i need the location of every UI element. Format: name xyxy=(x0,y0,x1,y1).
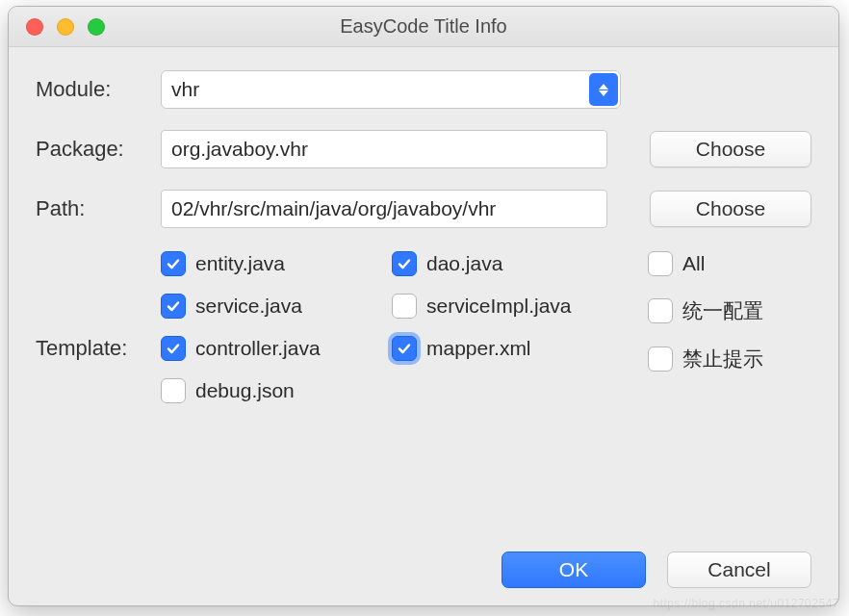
template-item[interactable]: debug.json xyxy=(161,378,392,403)
checkbox-icon[interactable] xyxy=(392,251,417,276)
template-label: dao.java xyxy=(426,252,502,275)
path-choose-button[interactable]: Choose xyxy=(650,191,811,227)
checkbox-icon[interactable] xyxy=(161,378,186,403)
template-items-grid: entity.javadao.javaservice.javaserviceIm… xyxy=(161,249,623,403)
package-input[interactable]: org.javaboy.vhr xyxy=(161,130,607,168)
path-value: 02/vhr/src/main/java/org/javaboy/vhr xyxy=(171,197,496,220)
option-item[interactable]: 禁止提示 xyxy=(648,346,811,372)
checkbox-icon[interactable] xyxy=(161,251,186,276)
template-item[interactable]: dao.java xyxy=(392,251,623,276)
checkbox-icon[interactable] xyxy=(648,251,673,276)
template-label: serviceImpl.java xyxy=(426,295,572,318)
select-arrows-icon xyxy=(589,73,618,106)
template-label: mapper.xml xyxy=(426,337,531,360)
module-row: Module: vhr xyxy=(36,70,811,109)
dialog-content: Module: vhr Package: org.javaboy.vhr Cho… xyxy=(9,47,838,421)
checkbox-icon[interactable] xyxy=(392,294,417,319)
checkbox-icon[interactable] xyxy=(161,336,186,361)
dialog-footer: OK Cancel xyxy=(502,552,811,588)
module-select[interactable]: vhr xyxy=(161,70,621,109)
option-label: 统一配置 xyxy=(682,297,763,324)
template-label: entity.java xyxy=(195,252,285,275)
minimize-icon[interactable] xyxy=(57,18,74,36)
path-row: Path: 02/vhr/src/main/java/org/javaboy/v… xyxy=(36,190,811,228)
template-item[interactable]: service.java xyxy=(161,294,392,319)
watermark-text: https://blog.csdn.net/u012702547 xyxy=(654,597,839,610)
template-item[interactable]: controller.java xyxy=(161,336,392,361)
checkbox-icon[interactable] xyxy=(392,336,417,361)
cancel-button[interactable]: Cancel xyxy=(667,552,811,588)
path-input[interactable]: 02/vhr/src/main/java/org/javaboy/vhr xyxy=(161,190,607,228)
template-item[interactable]: serviceImpl.java xyxy=(392,294,623,319)
zoom-icon[interactable] xyxy=(88,18,105,36)
module-value: vhr xyxy=(171,78,199,101)
template-options: All统一配置禁止提示 xyxy=(648,249,811,372)
package-label: Package: xyxy=(36,137,161,162)
ok-button[interactable]: OK xyxy=(502,552,646,588)
template-row: Template: entity.javadao.javaservice.jav… xyxy=(36,249,811,403)
dialog-window: EasyCode Title Info Module: vhr Package:… xyxy=(8,6,839,606)
template-label: Template: xyxy=(36,249,161,361)
template-item[interactable]: mapper.xml xyxy=(392,336,623,361)
package-value: org.javaboy.vhr xyxy=(171,138,308,161)
template-label: service.java xyxy=(195,295,302,318)
option-item[interactable]: All xyxy=(648,251,811,276)
template-label: debug.json xyxy=(195,379,295,402)
module-label: Module: xyxy=(36,77,161,102)
package-row: Package: org.javaboy.vhr Choose xyxy=(36,130,811,168)
close-icon[interactable] xyxy=(26,18,43,36)
checkbox-icon[interactable] xyxy=(648,298,673,323)
window-controls xyxy=(9,18,105,36)
checkbox-icon[interactable] xyxy=(161,294,186,319)
template-label: controller.java xyxy=(195,337,321,360)
checkbox-icon[interactable] xyxy=(648,346,673,372)
template-item[interactable]: entity.java xyxy=(161,251,392,276)
package-choose-button[interactable]: Choose xyxy=(650,131,811,167)
titlebar: EasyCode Title Info xyxy=(9,7,838,47)
path-label: Path: xyxy=(36,196,161,221)
option-label: 禁止提示 xyxy=(682,346,763,372)
window-title: EasyCode Title Info xyxy=(9,15,838,38)
option-label: All xyxy=(682,252,705,275)
option-item[interactable]: 统一配置 xyxy=(648,297,811,324)
